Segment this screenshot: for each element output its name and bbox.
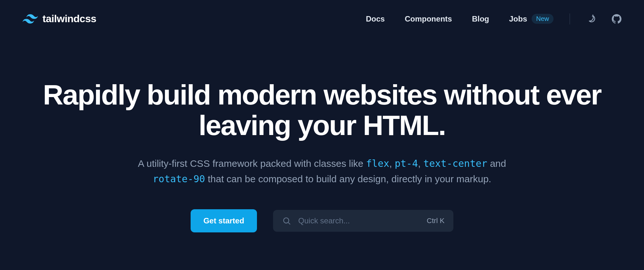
nav-docs[interactable]: Docs — [366, 14, 385, 23]
logo-text: tailwindcss — [43, 13, 96, 25]
code-token-pt4: pt-4 — [395, 158, 418, 169]
nav-jobs[interactable]: Jobs New — [509, 14, 554, 24]
separator: , — [389, 158, 395, 169]
nav-blog[interactable]: Blog — [472, 14, 489, 23]
subtitle-text: that can be composed to build any design… — [205, 174, 491, 184]
code-token-flex: flex — [366, 158, 389, 169]
divider — [570, 14, 570, 24]
new-badge: New — [532, 14, 554, 24]
nav-jobs-label: Jobs — [509, 14, 527, 23]
code-token-text-center: text-center — [423, 158, 488, 169]
get-started-button[interactable]: Get started — [191, 209, 257, 232]
nav-links: Docs Components Blog Jobs New — [366, 14, 554, 24]
subtitle-text: A utility-first CSS framework packed wit… — [138, 158, 366, 169]
nav-components[interactable]: Components — [405, 14, 452, 23]
github-icon[interactable] — [612, 14, 621, 24]
search-icon — [282, 216, 291, 225]
logo[interactable]: tailwindcss — [23, 13, 96, 25]
hero-title: Rapidly build modern websites without ev… — [39, 79, 605, 140]
hero-subtitle: A utility-first CSS framework packed wit… — [129, 156, 515, 187]
separator: , — [418, 158, 423, 169]
code-token-rotate90: rotate-90 — [153, 173, 205, 184]
tailwind-logo-icon — [23, 14, 38, 24]
quick-search-button[interactable]: Quick search... Ctrl K — [273, 210, 453, 232]
separator: and — [487, 158, 506, 169]
svg-point-0 — [284, 218, 289, 223]
search-placeholder: Quick search... — [298, 216, 420, 225]
theme-toggle-icon[interactable] — [586, 14, 596, 24]
search-shortcut: Ctrl K — [427, 217, 444, 225]
